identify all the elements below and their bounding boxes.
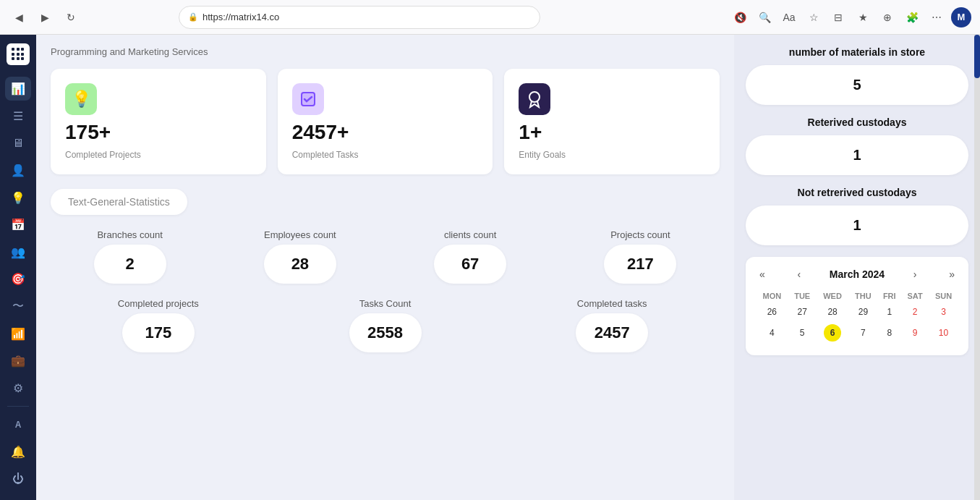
branches-value: 2 bbox=[94, 245, 166, 284]
sidebar-item-briefcase[interactable]: 💼 bbox=[5, 349, 31, 373]
sidebar-item-settings[interactable]: ⚙ bbox=[5, 376, 31, 401]
cal-cell-27-prev[interactable]: 27 bbox=[788, 303, 817, 321]
materials-value: 5 bbox=[746, 65, 968, 105]
calendar-title: March 2024 bbox=[830, 268, 885, 280]
scrollbar[interactable] bbox=[974, 35, 980, 500]
tasks-count-value: 2558 bbox=[349, 313, 422, 352]
clients-value: 67 bbox=[434, 245, 506, 284]
tasks-count-label: Tasks Count bbox=[359, 298, 412, 309]
calendar-header: « ‹ March 2024 › » bbox=[756, 267, 958, 281]
calendar-last-button[interactable]: » bbox=[945, 267, 958, 281]
not-retrieved-value: 1 bbox=[746, 205, 968, 245]
cal-cell-2[interactable]: 2 bbox=[901, 303, 929, 321]
url-text: https://matrix14.co bbox=[203, 12, 279, 22]
scrollbar-thumb[interactable] bbox=[974, 35, 980, 78]
forward-button[interactable]: ▶ bbox=[35, 7, 55, 27]
employees-label: Employees count bbox=[264, 229, 336, 240]
search-button[interactable]: 🔍 bbox=[754, 7, 775, 27]
stat-card-completed-projects: 💡 175+ Completed Projects bbox=[51, 69, 266, 174]
sidebar-item-monitor[interactable]: 🖥 bbox=[5, 131, 31, 156]
cal-day-sat: SAT bbox=[901, 289, 929, 303]
cal-cell-28-prev[interactable]: 28 bbox=[817, 303, 849, 321]
main-content: Programming and Marketing Services 💡 175… bbox=[36, 35, 734, 500]
stat-card-entity-goals: 1+ Entity Goals bbox=[504, 69, 720, 174]
cal-cell-4[interactable]: 4 bbox=[756, 321, 788, 345]
retrieved-value: 1 bbox=[746, 135, 968, 175]
sidebar-item-logout[interactable]: ⏻ bbox=[5, 467, 31, 491]
lightbulb-icon: 💡 bbox=[65, 83, 97, 115]
not-retrieved-title: Not retrerived custodays bbox=[746, 187, 968, 198]
clients-label: clients count bbox=[444, 229, 496, 240]
profile-avatar[interactable]: M bbox=[951, 7, 971, 27]
sidebar-item-group[interactable]: 👥 bbox=[5, 240, 31, 265]
calendar-grid: MON TUE WED THU FRI SAT SUN 26 27 28 29 bbox=[756, 289, 958, 345]
cal-day-thu: THU bbox=[848, 289, 877, 303]
collections-button[interactable]: ⊕ bbox=[877, 7, 898, 27]
materials-section: number of materials in store 5 bbox=[746, 46, 968, 105]
sidebar-item-calendar[interactable]: 📅 bbox=[5, 213, 31, 237]
sidebar-item-bar-chart[interactable]: 📶 bbox=[5, 321, 31, 346]
sidebar-item-list[interactable]: ☰ bbox=[5, 103, 31, 128]
cal-cell-5[interactable]: 5 bbox=[788, 321, 817, 345]
sidebar-item-lightbulb[interactable]: 💡 bbox=[5, 185, 31, 210]
reader-button[interactable]: Aa bbox=[779, 7, 799, 27]
calendar-row-1: 26 27 28 29 1 2 3 bbox=[756, 303, 958, 321]
right-panel: number of materials in store 5 Reterived… bbox=[734, 35, 980, 500]
favorites-button[interactable]: ★ bbox=[853, 7, 873, 27]
cal-day-sun: SUN bbox=[929, 289, 958, 303]
comp-tasks-label: Completed tasks bbox=[577, 298, 647, 309]
comp-projects-value: 175 bbox=[122, 313, 195, 352]
calendar-next-button[interactable]: › bbox=[910, 267, 921, 281]
stats-col-projects: Projects count 217 bbox=[561, 229, 720, 284]
sidebar-item-notification[interactable]: 🔔 bbox=[5, 440, 31, 465]
not-retrieved-section: Not retrerived custodays 1 bbox=[746, 187, 968, 245]
stats-row-2: Completed projects 175 Tasks Count 2558 … bbox=[51, 298, 720, 352]
refresh-button[interactable]: ↻ bbox=[61, 7, 81, 27]
more-button[interactable]: ⋯ bbox=[926, 7, 947, 27]
sidebar-item-activity[interactable]: 〜 bbox=[5, 295, 31, 319]
stats-col-employees: Employees count 28 bbox=[221, 229, 379, 284]
cal-cell-3[interactable]: 3 bbox=[929, 303, 958, 321]
stats-col-comp-tasks: Completed tasks 2457 bbox=[504, 298, 720, 352]
cal-cell-8[interactable]: 8 bbox=[877, 321, 901, 345]
sidebar-item-target[interactable]: 🎯 bbox=[5, 267, 31, 292]
completed-projects-number: 175+ bbox=[65, 121, 252, 144]
sidebar-logo[interactable] bbox=[7, 43, 30, 65]
calendar-section: « ‹ March 2024 › » MON TUE WED THU FRI S… bbox=[746, 257, 968, 355]
browser-toolbar: 🔇 🔍 Aa ☆ ⊟ ★ ⊕ 🧩 ⋯ M bbox=[730, 7, 971, 27]
cal-cell-29-prev[interactable]: 29 bbox=[848, 303, 877, 321]
sidebar-item-chart[interactable]: 📊 bbox=[5, 77, 31, 101]
cal-day-fri: FRI bbox=[877, 289, 901, 303]
cal-cell-26-prev[interactable]: 26 bbox=[756, 303, 788, 321]
cal-cell-9[interactable]: 9 bbox=[901, 321, 929, 345]
calendar-prev-button[interactable]: ‹ bbox=[793, 267, 804, 281]
split-button[interactable]: ⊟ bbox=[828, 7, 848, 27]
back-button[interactable]: ◀ bbox=[9, 7, 29, 27]
stat-card-completed-tasks: 2457+ Completed Tasks bbox=[278, 69, 493, 174]
calendar-row-2: 4 5 6 7 8 9 10 bbox=[756, 321, 958, 345]
stats-col-tasks-count: Tasks Count 2558 bbox=[278, 298, 493, 352]
star-button[interactable]: ☆ bbox=[804, 7, 824, 27]
sidebar-item-person[interactable]: 👤 bbox=[5, 158, 31, 183]
projects-value: 217 bbox=[604, 245, 676, 284]
retrieved-title: Reterived custodays bbox=[746, 116, 968, 128]
sidebar: 📊 ☰ 🖥 👤 💡 📅 👥 🎯 〜 📶 💼 ⚙ A 🔔 ⏻ bbox=[0, 35, 36, 500]
cal-day-mon: MON bbox=[756, 289, 788, 303]
employees-value: 28 bbox=[264, 245, 336, 284]
app-wrapper: 📊 ☰ 🖥 👤 💡 📅 👥 🎯 〜 📶 💼 ⚙ A 🔔 ⏻ Programmin… bbox=[0, 0, 980, 500]
cal-cell-10[interactable]: 10 bbox=[929, 321, 958, 345]
materials-title: number of materials in store bbox=[746, 46, 968, 58]
sidebar-item-translate[interactable]: A bbox=[5, 412, 31, 437]
cal-cell-6-today[interactable]: 6 bbox=[817, 321, 849, 345]
stats-col-branches: Branches count 2 bbox=[51, 229, 209, 284]
text-stats-button[interactable]: Text-General-Statistics bbox=[51, 189, 187, 215]
cal-cell-7[interactable]: 7 bbox=[848, 321, 877, 345]
mute-button[interactable]: 🔇 bbox=[730, 7, 750, 27]
stats-row-1: Branches count 2 Employees count 28 clie… bbox=[51, 229, 720, 284]
browser-chrome: ◀ ▶ ↻ 🔒 https://matrix14.co 🔇 🔍 Aa ☆ ⊟ ★… bbox=[0, 0, 980, 35]
cal-cell-1[interactable]: 1 bbox=[877, 303, 901, 321]
calendar-first-button[interactable]: « bbox=[756, 267, 769, 281]
extensions-button[interactable]: 🧩 bbox=[902, 7, 922, 27]
url-bar[interactable]: 🔒 https://matrix14.co bbox=[179, 6, 540, 29]
stats-col-clients: clients count 67 bbox=[391, 229, 550, 284]
